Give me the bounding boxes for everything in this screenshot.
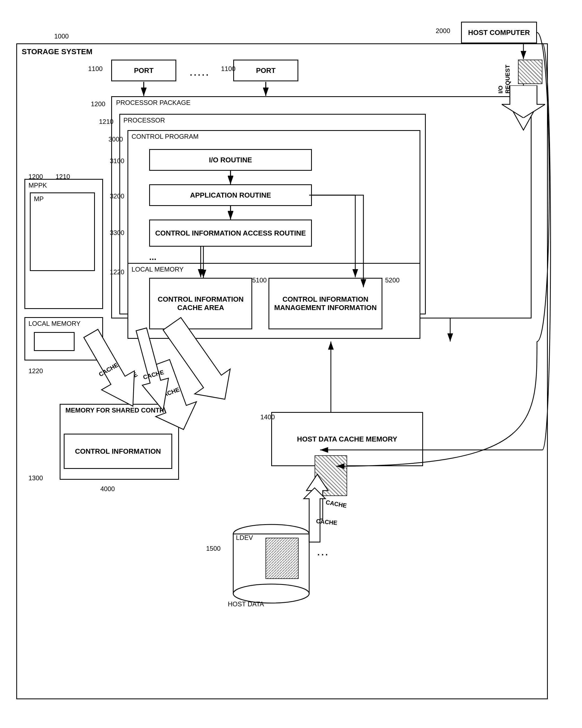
proc-package-label: PROCESSOR PACKAGE [116,99,191,106]
storage-system-label: STORAGE SYSTEM [22,47,93,56]
host-computer-box: HOST COMPUTER [461,22,537,43]
label-1220-left: 1220 [28,367,43,375]
label-1500: 1500 [206,545,221,552]
label-1100-2: 1100 [221,65,235,73]
label-1000: 1000 [54,32,69,40]
svg-marker-32 [304,488,325,542]
right-connection-line [532,32,559,480]
label-3300: 3300 [110,229,124,237]
local-memory-left-label: LOCAL MEMORY [28,320,80,328]
label-1220-inner: 1220 [110,268,124,276]
port2-arrow [258,82,274,98]
label-1100-1: 1100 [88,65,102,73]
label-3100: 3100 [110,157,124,165]
processor-label: PROCESSOR [123,116,165,124]
io-routine-box: I/O ROUTINE [149,149,312,171]
port-box-1: PORT [111,60,176,81]
ldev-label: LDEV [236,534,253,542]
mp-label: MP [34,195,44,203]
hdcm-box: HOST DATA CACHE MEMORY [271,412,423,466]
diagram-container: 1000 STORAGE SYSTEM HOST COMPUTER 2000 I… [16,16,564,716]
label-1200-proc: 1200 [91,100,105,108]
label-3200: 3200 [110,192,124,200]
label-5100: 5100 [252,277,267,284]
host-computer-label: HOST COMPUTER [468,28,530,37]
label-1300: 1300 [28,474,43,482]
ci-access-routine-box: CONTROL INFORMATION ACCESS ROUTINE [149,219,312,246]
mppk-label: MPPK [28,182,47,189]
port1-arrow [135,82,152,98]
port-box-2: PORT [233,60,298,81]
svg-rect-3 [266,538,298,579]
ci-cache-area-box: CONTROL INFORMATION CACHE AREA [149,278,252,329]
control-info-box: CONTROL INFORMATION [64,434,172,469]
label-1400: 1400 [260,413,275,421]
dots-ldev: ... [317,547,330,557]
cache-arrow-ldev: CACHE [298,488,347,542]
cache-arrow-2: CACHE [130,328,184,436]
app-to-ci-arrow [309,184,417,293]
label-2000: 2000 [436,27,450,35]
control-program-label: CONTROL PROGRAM [131,133,199,140]
ellipsis-routines: ... [149,252,156,262]
host-data-label: HOST DATA [228,600,264,608]
io-to-app-arrow [222,170,239,186]
app-routine-box: APPLICATION ROUTINE [149,184,312,206]
label-1210-mppk: 1210 [56,173,70,181]
mp-box [30,192,95,271]
port-dots: ..... [190,68,210,78]
label-1210-proc: 1210 [99,118,113,126]
label-3000: 3000 [108,135,123,143]
label-1200-mppk: 1200 [28,173,43,181]
app-to-ci-access-arrow [222,205,239,222]
ci-access-to-cache-arrow [195,246,211,279]
local-memory-inner-label: LOCAL MEMORY [131,266,184,273]
svg-marker-30 [128,326,176,414]
label-4000: 4000 [100,485,115,493]
